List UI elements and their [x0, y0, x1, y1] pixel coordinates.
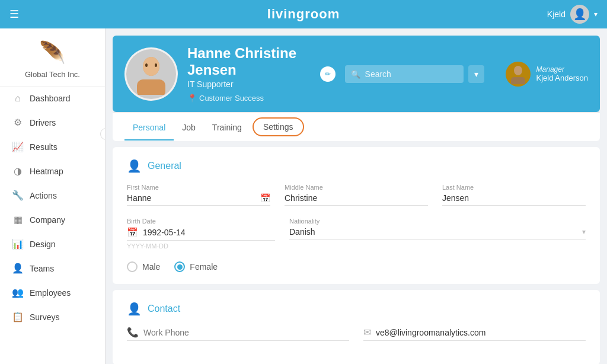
sidebar-item-label: Surveys: [30, 312, 60, 322]
gender-radio-group: Male Female: [127, 261, 586, 272]
manager-info: Manager Kjeld Anderson: [536, 65, 588, 82]
avatar[interactable]: 👤: [570, 5, 589, 24]
search-input[interactable]: [345, 65, 464, 83]
profile-header-card: Hanne Christine Jensen IT Supporter 📍 Cu…: [113, 36, 600, 141]
first-name-input[interactable]: [127, 193, 258, 203]
general-section: 👤 General First Name 📅 Middle Name: [113, 147, 600, 284]
gender-male-option[interactable]: Male: [127, 261, 160, 272]
sidebar: 🪶 Global Tech Inc. ‹ ⌂ Dashboard ⚙ Drive…: [0, 28, 106, 364]
sidebar-item-label: Company: [30, 215, 65, 225]
svg-point-3: [145, 63, 148, 67]
middle-name-input[interactable]: [285, 193, 428, 203]
birth-calendar-icon: 📅: [127, 227, 138, 238]
last-name-label: Last Name: [442, 184, 586, 191]
sidebar-item-employees[interactable]: 👥 Employees: [0, 280, 105, 305]
email-input[interactable]: [376, 328, 586, 337]
sidebar-item-company[interactable]: ▦ Company: [0, 207, 105, 232]
sidebar-item-label: Design: [30, 240, 56, 249]
first-name-label: First Name: [127, 184, 270, 191]
sidebar-item-dashboard[interactable]: ⌂ Dashboard: [0, 87, 105, 110]
sidebar-item-results[interactable]: 📈 Results: [0, 135, 105, 159]
user-dropdown-icon[interactable]: ▾: [594, 10, 598, 18]
birth-date-placeholder: YYYY-MM-DD: [127, 242, 275, 250]
manager-area: Manager Kjeld Anderson: [506, 62, 588, 87]
company-name: Global Tech Inc.: [25, 70, 80, 79]
profile-search-area: 🔍 ▾: [345, 65, 484, 83]
manager-name: Kjeld Anderson: [536, 74, 588, 82]
email-icon: ✉: [363, 327, 371, 338]
nationality-label: Nationality: [289, 218, 586, 225]
sidebar-item-design[interactable]: 📊 Design: [0, 232, 105, 256]
sidebar-item-label: Results: [30, 142, 57, 152]
svg-point-4: [155, 63, 157, 67]
last-name-input[interactable]: [442, 193, 586, 203]
work-phone-input[interactable]: [143, 328, 349, 337]
hamburger-icon[interactable]: ☰: [9, 8, 19, 21]
contact-section-title: 👤 Contact: [127, 302, 586, 316]
calendar-icon: 📅: [260, 193, 270, 203]
tab-personal[interactable]: Personal: [124, 114, 174, 141]
middle-name-group: Middle Name: [285, 184, 428, 206]
search-wrapper: 🔍: [345, 65, 464, 83]
svg-rect-1: [137, 79, 165, 95]
sidebar-item-teams[interactable]: 👤 Teams: [0, 256, 105, 280]
sidebar-item-label: Drivers: [30, 118, 56, 127]
svg-point-2: [143, 57, 159, 76]
gender-female-option[interactable]: Female: [174, 261, 218, 272]
middle-name-label: Middle Name: [285, 184, 428, 191]
person-icon: 👤: [127, 159, 142, 173]
birth-date-input[interactable]: [143, 228, 275, 237]
nationality-group: Nationality ▾: [289, 218, 586, 250]
tab-job[interactable]: Job: [174, 114, 204, 141]
phone-icon: 📞: [127, 327, 139, 338]
svg-rect-6: [511, 77, 525, 84]
tab-settings[interactable]: Settings: [253, 117, 304, 136]
sidebar-item-label: Employees: [30, 288, 71, 298]
sidebar-item-label: Actions: [30, 191, 57, 200]
teams-icon: 👤: [12, 263, 24, 274]
female-label: Female: [190, 262, 218, 272]
last-name-group: Last Name: [442, 184, 586, 206]
profile-header-banner: Hanne Christine Jensen IT Supporter 📍 Cu…: [113, 36, 600, 112]
profile-info: Hanne Christine Jensen IT Supporter 📍 Cu…: [187, 45, 306, 103]
drivers-icon: ⚙: [12, 117, 24, 128]
sidebar-item-heatmap[interactable]: ◑ Heatmap: [0, 159, 105, 183]
female-radio-button[interactable]: [174, 261, 185, 272]
nationality-input[interactable]: [289, 227, 580, 237]
sidebar-item-surveys[interactable]: 📋 Surveys: [0, 305, 105, 329]
company-icon: ▦: [12, 214, 24, 225]
manager-avatar: [506, 62, 531, 87]
edit-profile-button[interactable]: ✏: [320, 66, 336, 82]
dashboard-icon: ⌂: [12, 93, 24, 104]
profile-avatar: [124, 47, 178, 101]
sidebar-item-actions[interactable]: 🔧 Actions: [0, 183, 105, 207]
birth-nationality-row: Birth Date 📅 YYYY-MM-DD Nationality ▾: [127, 218, 586, 250]
sidebar-nav: ⌂ Dashboard ⚙ Drivers 📈 Results ◑ Heatma…: [0, 87, 105, 329]
profile-tabs: Personal Job Training Settings: [113, 112, 600, 141]
male-label: Male: [142, 262, 160, 272]
tab-training[interactable]: Training: [204, 114, 250, 141]
sidebar-item-drivers[interactable]: ⚙ Drivers: [0, 110, 105, 135]
sidebar-item-label: Teams: [30, 264, 54, 273]
svg-point-5: [514, 66, 522, 75]
search-dropdown-button[interactable]: ▾: [468, 65, 484, 83]
email-group: ✉: [363, 327, 586, 341]
app-title: livingroom: [267, 7, 340, 22]
location-icon: 📍: [187, 94, 197, 103]
birth-date-label: Birth Date: [127, 218, 275, 225]
sidebar-item-label: Heatmap: [30, 167, 63, 176]
work-phone-group: 📞: [127, 327, 349, 341]
contact-section: 👤 Contact 📞 ✉: [113, 290, 600, 364]
general-section-title: 👤 General: [127, 159, 586, 173]
company-logo-icon: 🪶: [38, 38, 68, 68]
navbar-user-name: Kjeld: [547, 9, 566, 19]
actions-icon: 🔧: [12, 190, 24, 201]
contact-row: 📞 ✉: [127, 327, 586, 341]
birth-date-group: Birth Date 📅 YYYY-MM-DD: [127, 218, 275, 250]
main-layout: 🪶 Global Tech Inc. ‹ ⌂ Dashboard ⚙ Drive…: [0, 28, 607, 364]
results-icon: 📈: [12, 141, 24, 152]
design-icon: 📊: [12, 238, 24, 250]
content-area: Hanne Christine Jensen IT Supporter 📍 Cu…: [106, 28, 607, 364]
male-radio-button[interactable]: [127, 261, 138, 272]
navbar: ☰ livingroom Kjeld 👤 ▾: [0, 0, 607, 28]
